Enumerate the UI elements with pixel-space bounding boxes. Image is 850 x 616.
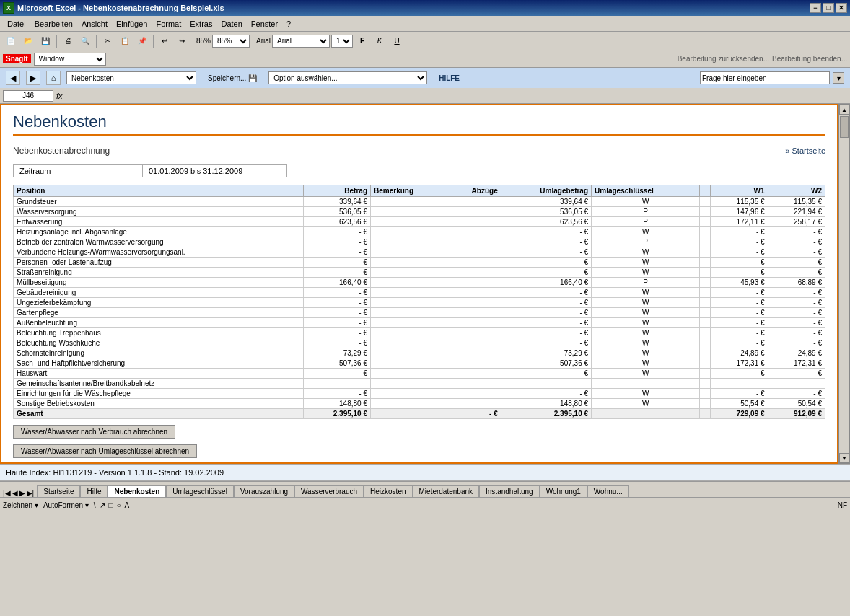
- table-row: Grundsteuer339,64 €339,64 €W115,35 €115,…: [14, 197, 825, 207]
- col-umlageschluessel: Umlageschlüssel: [592, 185, 700, 197]
- window-select[interactable]: Window: [34, 53, 106, 66]
- table-row: Sonstige Betriebskosten148,80 €148,80 €W…: [14, 399, 825, 409]
- open-button[interactable]: 📂: [20, 34, 36, 48]
- maximize-button[interactable]: □: [823, 3, 834, 13]
- undo-button[interactable]: ↩: [157, 34, 172, 48]
- search-button[interactable]: ▾: [833, 72, 844, 84]
- tab-nav-next[interactable]: ▶: [19, 489, 25, 497]
- startseite-link[interactable]: » Startseite: [785, 146, 825, 155]
- copy-button[interactable]: 📋: [117, 34, 133, 48]
- menu-datei[interactable]: Datei: [3, 18, 30, 30]
- table-cell: 24,89 €: [711, 348, 768, 358]
- forward-icon[interactable]: ▶: [26, 71, 40, 85]
- autoformen-label: AutoFormen ▾: [43, 501, 89, 509]
- scroll-up[interactable]: ▲: [839, 105, 849, 115]
- speichern-btn[interactable]: Speichern... 💾: [208, 74, 257, 82]
- oval-tool[interactable]: ○: [117, 501, 121, 509]
- search-input[interactable]: [700, 71, 830, 84]
- table-cell: 166,40 €: [303, 278, 370, 288]
- table-cell: W: [592, 369, 700, 379]
- table-cell: W: [592, 197, 700, 207]
- table-cell: [371, 348, 447, 358]
- preview-button[interactable]: 🔍: [77, 34, 93, 48]
- nav-bar: ◀ ▶ ⌂ Nebenkosten Speichern... 💾 Option …: [0, 68, 850, 88]
- tab-heizkosten[interactable]: Heizkosten: [364, 485, 412, 497]
- table-cell: [371, 308, 447, 318]
- underline-button[interactable]: U: [389, 34, 405, 48]
- tab-nebenkosten[interactable]: Nebenkosten: [108, 485, 166, 497]
- vertical-scrollbar[interactable]: ▲ ▼: [838, 104, 850, 464]
- table-row: Hauswart- €- €W- €- €: [14, 369, 825, 379]
- textbox-tool[interactable]: A: [125, 501, 130, 509]
- table-cell: [371, 358, 447, 369]
- table-cell: 258,17 €: [768, 217, 825, 227]
- table-cell: [447, 308, 501, 318]
- col-position: Position: [14, 185, 304, 197]
- tab-wohnung1[interactable]: Wohnung1: [540, 485, 587, 497]
- font-size-select[interactable]: 10: [331, 35, 353, 48]
- line-tool[interactable]: \: [94, 501, 96, 509]
- menu-ansicht[interactable]: Ansicht: [77, 18, 112, 30]
- tab-vorauszahlung[interactable]: Vorauszahlung: [234, 485, 294, 497]
- menu-fenster[interactable]: Fenster: [247, 18, 282, 30]
- menu-einfuegen[interactable]: Einfügen: [112, 18, 152, 30]
- table-cell: - €: [303, 247, 370, 258]
- table-row: Beleuchtung Waschküche- €- €W- €- €: [14, 338, 825, 348]
- table-cell: Gebäudereinigung: [14, 288, 304, 298]
- paste-button[interactable]: 📌: [134, 34, 150, 48]
- menu-format[interactable]: Format: [152, 18, 185, 30]
- table-cell: - €: [501, 268, 591, 278]
- table-cell: - €: [711, 318, 768, 328]
- main-area: Nebenkosten Nebenkostenabrechnung » Star…: [0, 104, 850, 464]
- tab-wohnu[interactable]: Wohnu...: [587, 485, 629, 497]
- tab-instandhaltung[interactable]: Instandhaltung: [479, 485, 540, 497]
- tab-hilfe[interactable]: Hilfe: [80, 485, 108, 497]
- redo-button[interactable]: ↪: [174, 34, 190, 48]
- tab-mieterdatenbank[interactable]: Mieterdatenbank: [413, 485, 480, 497]
- hilfe-btn[interactable]: HILFE: [439, 74, 460, 82]
- wasser-umlageschluessel-btn[interactable]: Wasser/Abwasser nach Umlageschlüssel abr…: [13, 444, 197, 458]
- tab-nav-first[interactable]: |◀: [3, 489, 11, 497]
- save-button[interactable]: 💾: [38, 34, 53, 48]
- bearbeitung-label: Bearbeitung zurücksenden...: [678, 55, 769, 63]
- table-row: Müllbeseitigung166,40 €166,40 €P45,93 €6…: [14, 278, 825, 288]
- tab-umlageschluessel[interactable]: Umlageschlüssel: [166, 485, 234, 497]
- bold-button[interactable]: F: [354, 34, 370, 48]
- new-button[interactable]: 📄: [3, 34, 19, 48]
- table-cell: [700, 258, 711, 268]
- table-cell: - €: [501, 247, 591, 258]
- menu-bearbeiten[interactable]: Bearbeiten: [30, 18, 77, 30]
- page-title-section: Nebenkosten Nebenkostenabrechnung » Star…: [1, 105, 837, 462]
- home-icon[interactable]: ⌂: [46, 71, 61, 85]
- menu-daten[interactable]: Daten: [216, 18, 246, 30]
- zoom-select[interactable]: 85% 100% 75%: [212, 35, 250, 48]
- cut-button[interactable]: ✂: [100, 34, 115, 48]
- print-button[interactable]: 🖨: [60, 34, 76, 48]
- tab-nav-prev[interactable]: ◀: [12, 489, 18, 497]
- italic-button[interactable]: K: [372, 34, 387, 48]
- option-dropdown[interactable]: Option auswählen...: [268, 71, 427, 84]
- table-cell: - €: [303, 288, 370, 298]
- table-cell: Ungezieferbekämpfung: [14, 298, 304, 308]
- table-cell: - €: [501, 318, 591, 328]
- arrow-tool[interactable]: ↗: [100, 501, 105, 509]
- table-cell: Sonstige Betriebskosten: [14, 399, 304, 409]
- back-icon[interactable]: ◀: [6, 71, 20, 85]
- font-select[interactable]: Arial: [272, 35, 330, 48]
- scroll-down[interactable]: ▼: [839, 453, 849, 463]
- name-box[interactable]: [3, 90, 53, 102]
- tab-wasserverbrauch[interactable]: Wasserverbrauch: [294, 485, 364, 497]
- scroll-thumb[interactable]: [840, 116, 849, 138]
- sep3: [153, 35, 154, 48]
- rect-tool[interactable]: □: [109, 501, 113, 509]
- table-row: Gartenpflege- €- €W- €- €: [14, 308, 825, 318]
- tab-startseite[interactable]: Startseite: [37, 485, 80, 497]
- nav-dropdown[interactable]: Nebenkosten: [66, 71, 196, 84]
- table-cell: - €: [711, 237, 768, 247]
- close-button[interactable]: ✕: [836, 3, 847, 13]
- menu-extras[interactable]: Extras: [185, 18, 216, 30]
- wasser-verbrauch-btn[interactable]: Wasser/Abwasser nach Verbrauch abrechnen: [13, 425, 175, 439]
- menu-help[interactable]: ?: [282, 18, 295, 30]
- tab-nav-last[interactable]: ▶|: [27, 489, 35, 497]
- minimize-button[interactable]: −: [810, 3, 821, 13]
